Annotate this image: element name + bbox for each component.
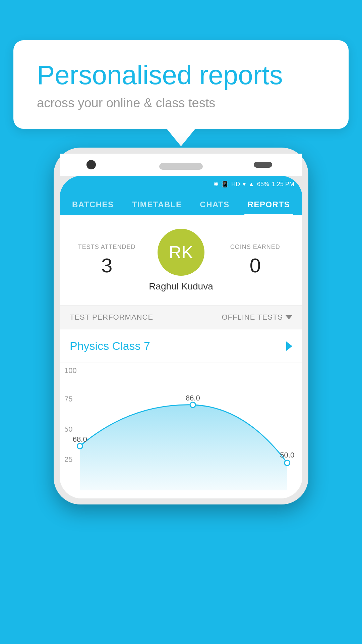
- chart-area: 100 75 50 25: [60, 363, 302, 498]
- chart-point-2: [190, 402, 195, 408]
- home-button: [254, 162, 272, 168]
- y-label-25: 25: [64, 455, 72, 464]
- bluetooth-icon: ✱: [214, 180, 219, 188]
- svg-text:86.0: 86.0: [186, 394, 200, 402]
- tab-batches[interactable]: BATCHES: [69, 193, 117, 215]
- tests-attended-label: TESTS ATTENDED: [70, 244, 144, 251]
- battery-icon: 65%: [257, 181, 269, 188]
- chevron-down-icon: [286, 315, 292, 319]
- chevron-right-icon: [286, 341, 292, 351]
- speaker: [159, 163, 203, 170]
- svg-text:50.0: 50.0: [280, 451, 294, 459]
- y-label-50: 50: [64, 425, 72, 434]
- speech-bubble: Personalised reports across your online …: [13, 40, 349, 129]
- phone-mockup: ✱ 📳 HD ▾ ▲ 65% 1:25 PM BATCHES TIMETABLE: [54, 148, 308, 504]
- avatar: RK: [158, 229, 204, 276]
- tests-attended-value: 3: [70, 254, 144, 277]
- bubble-subtitle: across your online & class tests: [37, 96, 325, 110]
- chart-point-3: [285, 460, 290, 466]
- wifi-icon: ▾: [243, 180, 246, 188]
- vibrate-icon: 📳: [221, 180, 229, 188]
- section-header: TEST PERFORMANCE OFFLINE TESTS: [60, 306, 302, 329]
- phone-top: [60, 154, 302, 176]
- y-label-100: 100: [64, 366, 77, 375]
- offline-tests-dropdown[interactable]: OFFLINE TESTS: [222, 313, 292, 322]
- user-name: Raghul Kuduva: [149, 281, 213, 292]
- tests-attended-block: TESTS ATTENDED 3: [70, 244, 144, 277]
- avatar-initials: RK: [169, 242, 193, 262]
- bubble-title: Personalised reports: [37, 60, 325, 90]
- status-icons: ✱ 📳 HD ▾ ▲ 65% 1:25 PM: [214, 180, 294, 188]
- time: 1:25 PM: [272, 181, 294, 188]
- tab-chats[interactable]: CHATS: [196, 193, 233, 215]
- performance-chart: 68.0 86.0 50.0: [63, 370, 299, 497]
- hd-icon: HD: [231, 181, 240, 188]
- status-bar: ✱ 📳 HD ▾ ▲ 65% 1:25 PM: [60, 176, 302, 193]
- phone-screen: ✱ 📳 HD ▾ ▲ 65% 1:25 PM BATCHES TIMETABLE: [60, 176, 302, 498]
- camera-icon: [86, 160, 96, 169]
- coins-earned-value: 0: [218, 254, 292, 277]
- profile-section: TESTS ATTENDED 3 RK Raghul Kuduva COINS …: [60, 215, 302, 306]
- nav-tabs: BATCHES TIMETABLE CHATS REPORTS: [60, 193, 302, 215]
- signal-icon: ▲: [248, 181, 254, 188]
- avatar-container: RK Raghul Kuduva: [144, 229, 218, 292]
- test-performance-label: TEST PERFORMANCE: [70, 313, 153, 322]
- coins-earned-label: COINS EARNED: [218, 244, 292, 251]
- tab-timetable[interactable]: TIMETABLE: [128, 193, 185, 215]
- phone-outer: ✱ 📳 HD ▾ ▲ 65% 1:25 PM BATCHES TIMETABLE: [54, 148, 308, 504]
- svg-text:68.0: 68.0: [73, 435, 87, 443]
- tab-reports[interactable]: REPORTS: [244, 193, 294, 215]
- class-name: Physics Class 7: [70, 339, 150, 353]
- y-label-75: 75: [64, 395, 72, 404]
- coins-earned-block: COINS EARNED 0: [218, 244, 292, 277]
- chart-point-1: [77, 443, 82, 449]
- class-row[interactable]: Physics Class 7: [60, 329, 302, 363]
